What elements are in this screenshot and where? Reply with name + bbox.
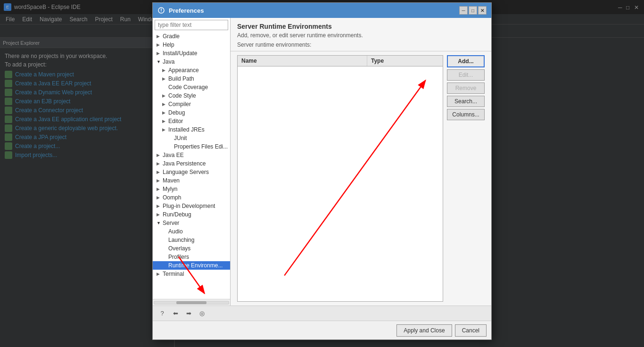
tree-item-runtime-environments[interactable]: ▶ Runtime Environme... — [153, 261, 230, 270]
tree-label-build-path: Build Path — [168, 75, 194, 82]
export-prefs-btn[interactable]: ➡ — [183, 308, 194, 319]
tree-item-run-debug[interactable]: ▶ Run/Debug — [153, 210, 230, 219]
col-name-header: Name — [238, 56, 367, 66]
preferences-tree-panel: ▶ Gradle ▶ Help ▶ Install/Update ▼ — [153, 18, 231, 306]
tree-label-debug: Debug — [168, 109, 185, 116]
tree-label-server: Server — [163, 220, 179, 226]
tree-arrow-oomph: ▶ — [157, 195, 161, 200]
tree-label-overlays: Overlays — [168, 245, 190, 252]
tree-label-profilers: Profilers — [168, 254, 189, 260]
tree-label-junit: JUnit — [174, 135, 187, 141]
col-type-header: Type — [367, 56, 443, 66]
tree-arrow-installed-jres: ▶ — [162, 127, 167, 132]
apply-close-button[interactable]: Apply and Close — [396, 324, 452, 337]
tree-item-profilers[interactable]: ▶ Profilers — [153, 253, 230, 261]
table-body — [238, 66, 443, 301]
edit-button[interactable]: Edit... — [447, 69, 485, 81]
tree-item-launching[interactable]: ▶ Launching — [153, 236, 230, 244]
tree-item-appearance[interactable]: ▶ Appearance — [153, 66, 230, 74]
tree-arrow-java-persistence: ▶ — [157, 161, 161, 166]
tree-scrollbar[interactable] — [153, 299, 230, 306]
tree-item-compiler[interactable]: ▶ Compiler — [153, 100, 230, 108]
tree-arrow-java: ▼ — [157, 59, 161, 64]
tree-item-help[interactable]: ▶ Help — [153, 41, 230, 49]
tree-arrow-help: ▶ — [157, 42, 161, 47]
tree-label-runtime-environments: Runtime Environme... — [168, 262, 223, 269]
tree-scrollbar-track[interactable] — [154, 301, 229, 305]
tree-label-code-coverage: Code Coverage — [168, 84, 208, 91]
tree-item-audio[interactable]: ▶ Audio — [153, 227, 230, 236]
dialog-close-btn[interactable]: ✕ — [478, 6, 487, 15]
dialog-bottom-toolbar: ? ⬅ ➡ ◎ — [153, 306, 491, 321]
tree-item-properties-files[interactable]: ▶ Properties Files Edi... — [153, 142, 230, 151]
tree-label-mylyn: Mylyn — [163, 186, 177, 192]
tree-arrow-mylyn: ▶ — [157, 187, 161, 191]
tree-item-oomph[interactable]: ▶ Oomph — [153, 193, 230, 202]
tree-item-editor[interactable]: ▶ Editor — [153, 117, 230, 125]
tree-item-java-ee[interactable]: ▶ Java EE — [153, 151, 230, 159]
tree-item-installed-jres[interactable]: ▶ Installed JREs — [153, 125, 230, 134]
tree-item-mylyn[interactable]: ▶ Mylyn — [153, 185, 230, 193]
tree-arrow-code-style: ▶ — [162, 93, 167, 98]
table-area: Name Type Add... Edit... Remove — [231, 51, 491, 306]
settings-icon-btn[interactable]: ◎ — [196, 308, 207, 319]
tree-item-build-path[interactable]: ▶ Build Path — [153, 74, 230, 83]
preferences-dialog-icon — [157, 7, 165, 14]
table-action-buttons: Add... Edit... Remove Search... Columns.… — [447, 55, 485, 302]
tree-arrow-run-debug: ▶ — [157, 212, 161, 217]
tree-arrow-build-path: ▶ — [162, 76, 167, 81]
content-sublabel: Server runtime environments: — [237, 41, 485, 48]
dialog-body: ▶ Gradle ▶ Help ▶ Install/Update ▼ — [153, 18, 491, 306]
dialog-actions: Apply and Close Cancel — [153, 321, 491, 339]
tree-item-code-coverage[interactable]: ▶ Code Coverage — [153, 83, 230, 91]
dialog-minimize-btn[interactable]: ─ — [459, 6, 468, 15]
tree-arrow-compiler: ▶ — [162, 102, 167, 107]
tree-arrow-plugin-dev: ▶ — [157, 204, 161, 208]
dialog-title: Preferences — [169, 7, 455, 14]
columns-button[interactable]: Columns... — [447, 109, 485, 120]
tree-label-help: Help — [163, 41, 174, 48]
tree-item-plugin-dev[interactable]: ▶ Plug-in Development — [153, 202, 230, 210]
tree-label-compiler: Compiler — [168, 101, 191, 107]
content-title: Server Runtime Environments — [237, 23, 485, 30]
tree-item-junit[interactable]: ▶ JUnit — [153, 134, 230, 142]
tree-label-java-ee: Java EE — [163, 152, 184, 158]
tree-arrow-gradle: ▶ — [157, 34, 161, 39]
tree-label-plugin-dev: Plug-in Development — [163, 203, 215, 209]
dialog-titlebar: Preferences ─ □ ✕ — [153, 3, 491, 18]
tree-item-maven[interactable]: ▶ Maven — [153, 176, 230, 185]
cancel-button[interactable]: Cancel — [455, 324, 487, 337]
svg-point-2 — [161, 11, 162, 12]
tree-item-language-servers[interactable]: ▶ Language Servers — [153, 168, 230, 176]
tree-item-terminal[interactable]: ▶ Terminal — [153, 270, 230, 278]
tree-item-code-style[interactable]: ▶ Code Style — [153, 91, 230, 100]
tree-label-oomph: Oomph — [163, 194, 181, 201]
tree-item-java[interactable]: ▼ Java — [153, 58, 230, 66]
tree-arrow-install-update: ▶ — [157, 51, 161, 56]
tree-item-overlays[interactable]: ▶ Overlays — [153, 244, 230, 253]
dialog-maximize-btn[interactable]: □ — [469, 6, 477, 15]
tree-label-install-update: Install/Update — [163, 50, 197, 57]
tree-item-server[interactable]: ▼ Server — [153, 219, 230, 227]
import-prefs-btn[interactable]: ⬅ — [170, 308, 181, 319]
preferences-dialog: Preferences ─ □ ✕ ▶ Gradle — [152, 2, 492, 340]
tree-label-java: Java — [163, 58, 174, 65]
search-button[interactable]: Search... — [447, 96, 485, 107]
preferences-content-panel: Server Runtime Environments Add, remove,… — [231, 18, 491, 306]
tree-item-java-persistence[interactable]: ▶ Java Persistence — [153, 159, 230, 168]
tree-label-java-persistence: Java Persistence — [163, 160, 206, 167]
tree-item-debug[interactable]: ▶ Debug — [153, 108, 230, 117]
tree-label-maven: Maven — [163, 177, 180, 184]
tree-arrow-server: ▼ — [157, 221, 161, 225]
tree-arrow-language-servers: ▶ — [157, 170, 161, 174]
tree-label-run-debug: Run/Debug — [163, 211, 191, 218]
content-header: Server Runtime Environments Add, remove,… — [231, 18, 491, 51]
filter-input[interactable] — [155, 20, 228, 30]
server-runtime-table: Name Type — [237, 55, 443, 302]
remove-button[interactable]: Remove — [447, 83, 485, 94]
help-icon-btn[interactable]: ? — [157, 308, 168, 319]
tree-item-gradle[interactable]: ▶ Gradle — [153, 32, 230, 41]
tree-arrow-editor: ▶ — [162, 119, 167, 124]
add-button[interactable]: Add... — [447, 55, 485, 67]
tree-item-install-update[interactable]: ▶ Install/Update — [153, 49, 230, 58]
